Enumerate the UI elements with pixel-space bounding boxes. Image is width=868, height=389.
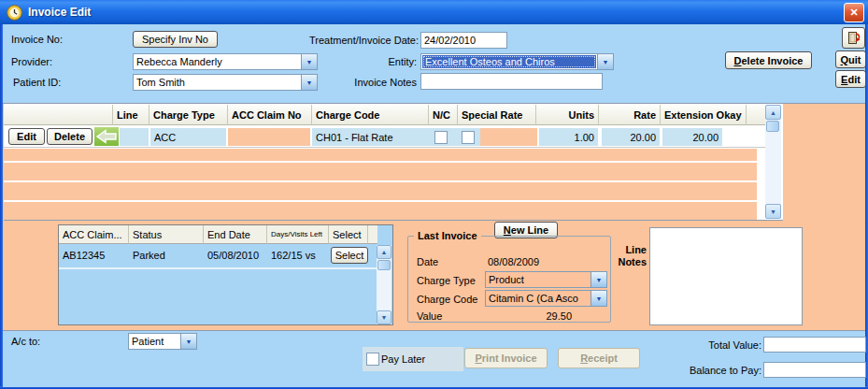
claims-scrollbar-thumb[interactable] (377, 260, 391, 270)
chevron-down-icon[interactable]: ▼ (180, 334, 196, 349)
claims-scrollbar[interactable]: ▲ ▼ (377, 245, 391, 324)
cell-rate[interactable]: 20.00 (602, 128, 660, 146)
balance-to-pay-input[interactable] (763, 362, 866, 378)
claims-cell-days-visits[interactable]: 162/15 vs (267, 246, 336, 265)
patient-value: Tom Smith (134, 75, 301, 90)
provider-select[interactable]: Rebecca Manderly ▼ (133, 53, 318, 70)
specify-inv-no-button[interactable]: Specify Inv No (133, 31, 218, 48)
claims-row-divider (59, 267, 377, 269)
ac-to-select[interactable]: Patient ▼ (128, 333, 197, 350)
window-title: Invoice Edit (28, 6, 91, 19)
row-edit-button[interactable]: Edit (8, 128, 45, 145)
provider-label: Provider: (11, 56, 52, 67)
invoice-notes-input[interactable] (420, 73, 603, 90)
cell-units[interactable]: 1.00 (539, 128, 598, 146)
grid-header-extension-okay: Extension Okay (661, 105, 747, 125)
special-rate-checkbox[interactable] (462, 131, 475, 144)
chevron-down-icon[interactable]: ▼ (597, 54, 613, 69)
grid-header-filler (747, 105, 765, 125)
chevron-down-icon[interactable]: ▼ (591, 272, 606, 287)
grid-corner-header (4, 105, 113, 125)
footer-panel: A/c to: Patient ▼ Pay Later Print Invoic… (3, 330, 865, 387)
empty-row (4, 149, 757, 161)
ac-to-label: A/c to: (11, 336, 40, 347)
cell-charge-type[interactable]: ACC (150, 128, 226, 146)
patient-id-label: Patient ID: (13, 77, 61, 88)
chevron-down-icon[interactable]: ▼ (301, 75, 317, 90)
claims-header-status: Status (129, 225, 204, 244)
last-invoice-group-label: Last Invoice (414, 230, 481, 241)
cell-line[interactable] (120, 128, 149, 146)
last-charge-code-select[interactable]: Citamin C (Ca Asco ▼ (485, 290, 607, 307)
entity-value: Excellent Osteos and Chiros (422, 55, 596, 68)
row-divider (4, 147, 765, 148)
empty-row (4, 202, 757, 220)
charge-lines-panel: Line Charge Type ACC Claim No Charge Cod… (3, 103, 865, 331)
app-clock-icon (7, 5, 22, 21)
exit-door-button[interactable] (842, 27, 865, 49)
cell-extension[interactable]: 20.00 (662, 128, 722, 146)
pay-later-label: Pay Later (381, 353, 425, 365)
receipt-button[interactable]: Receipt (558, 348, 640, 368)
grid-header-nc: N/C (429, 105, 458, 125)
claims-cell-claim[interactable]: AB12345 (59, 246, 136, 265)
charge-lines-grid: Line Charge Type ACC Claim No Charge Cod… (4, 104, 783, 221)
title-bar: Invoice Edit ✕ (0, 0, 868, 24)
ac-to-value: Patient (129, 334, 180, 349)
patient-select[interactable]: Tom Smith ▼ (133, 74, 318, 91)
grid-header-line: Line (113, 105, 149, 125)
treatment-date-label: Treatment/Invoice Date: (280, 35, 419, 46)
delete-invoice-button[interactable]: Delete Invoice (725, 51, 812, 69)
invoice-notes-label: Invoice Notes (336, 77, 417, 88)
quit-button[interactable]: Quit (835, 50, 866, 68)
grid-header-acc-claim-no: ACC Claim No (228, 105, 312, 125)
total-value-input[interactable] (763, 337, 866, 353)
chevron-down-icon[interactable]: ▼ (301, 54, 317, 69)
last-charge-type-select[interactable]: Product ▼ (485, 271, 607, 288)
treatment-date-input[interactable]: 24/02/2010 (420, 32, 507, 49)
scroll-up-icon[interactable]: ▲ (377, 245, 391, 259)
last-invoice-group: Last Invoice Date 08/08/2009 Charge Type… (407, 236, 611, 323)
cell-acc-claim-no (228, 128, 310, 146)
acc-claims-table: ACC Claim... Status End Date Days/Visits… (58, 224, 393, 325)
claims-header-select: Select (329, 225, 368, 244)
empty-row (4, 163, 757, 180)
row-delete-button[interactable]: Delete (47, 128, 92, 145)
entity-select[interactable]: Excellent Osteos and Chiros ▼ (420, 53, 614, 70)
close-icon[interactable]: ✕ (844, 3, 864, 22)
print-invoice-button[interactable]: Print Invoice (464, 348, 548, 368)
last-value-label: Value (417, 310, 442, 322)
grid-header-units: Units (536, 105, 599, 125)
grid-scrollbar[interactable]: ▲ ▼ (765, 105, 781, 219)
edit-button[interactable]: Edit (835, 70, 866, 88)
provider-value: Rebecca Manderly (134, 54, 301, 69)
scroll-up-icon[interactable]: ▲ (765, 105, 781, 120)
pay-later-checkbox[interactable] (366, 353, 379, 366)
scroll-down-icon[interactable]: ▼ (377, 310, 391, 324)
claims-header-end-date: End Date (204, 225, 267, 244)
invoice-edit-window: Invoice Edit ✕ Invoice No: Specify Inv N… (0, 0, 868, 389)
grid-header-special-rate: Special Rate (458, 105, 536, 125)
scroll-down-icon[interactable]: ▼ (765, 204, 781, 219)
grid-header-charge-code: Charge Code (312, 105, 429, 125)
claims-header-days-visits: Days/Visits Left (267, 225, 329, 244)
last-charge-code-value: Citamin C (Ca Asco (486, 291, 591, 306)
last-charge-type-label: Charge Type (417, 275, 476, 286)
last-value-value: 29.50 (506, 310, 572, 322)
left-arrow-icon (94, 127, 119, 146)
claims-header-filler (368, 225, 377, 244)
claims-cell-end-date[interactable]: 05/08/2010 (204, 246, 275, 265)
pay-later-panel: Pay Later (363, 347, 463, 371)
last-date-value: 08/08/2009 (488, 256, 539, 267)
cell-charge-code[interactable]: CH01 - Flat Rate (312, 128, 429, 146)
line-notes-label: Line Notes (613, 244, 647, 268)
claims-cell-status[interactable]: Parked (129, 246, 211, 265)
chevron-down-icon[interactable]: ▼ (591, 291, 606, 306)
claims-header-claim: ACC Claim... (59, 225, 129, 244)
empty-row (4, 182, 757, 200)
grid-scrollbar-thumb[interactable] (766, 121, 779, 132)
claim-select-button[interactable]: Select (331, 247, 368, 264)
balance-to-pay-label: Balance to Pay: (654, 365, 761, 376)
nc-checkbox[interactable] (434, 131, 448, 144)
line-notes-textarea[interactable] (649, 227, 803, 325)
